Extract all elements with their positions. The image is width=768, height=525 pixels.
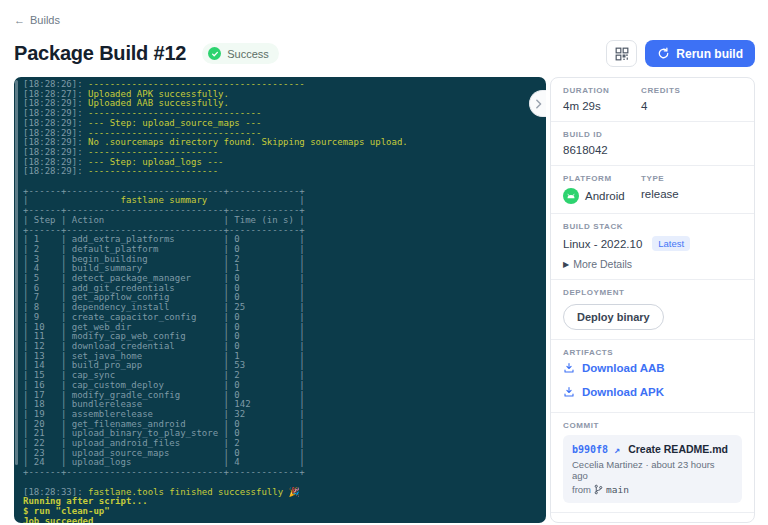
- artifacts-label: Artifacts: [563, 348, 742, 357]
- platform-value: Android: [585, 190, 625, 202]
- refresh-icon: [657, 47, 670, 60]
- qr-code-button[interactable]: [606, 40, 637, 67]
- commit-label: Commit: [563, 421, 742, 430]
- page-header: ← Builds Package Build #12 Success: [0, 0, 768, 67]
- success-check-icon: [208, 47, 221, 60]
- breadcrumb-label: Builds: [30, 14, 60, 26]
- log-line: $ run "clean-up": [23, 507, 538, 517]
- build-log: [18:28:26]: ----------------------------…: [23, 80, 538, 523]
- latest-badge: Latest: [652, 236, 690, 251]
- rerun-build-label: Rerun build: [676, 47, 743, 61]
- git-branch-icon: [594, 484, 603, 495]
- build-id-value: 8618042: [563, 144, 742, 156]
- build-stack-label: Build Stack: [563, 222, 742, 231]
- commit-section: Commit b990f8 ↗ Create README.md Cecelia…: [551, 413, 754, 513]
- triggered-by-label: Triggered By: [563, 521, 742, 523]
- duration-credits-section: Duration 4m 29s Credits 4: [551, 78, 754, 122]
- terminal-scrollbar[interactable]: [15, 80, 18, 465]
- commit-author-line: Cecelia Martinez · about 23 hours ago: [572, 459, 733, 481]
- build-details-sidebar: Duration 4m 29s Credits 4 Build ID 86180…: [550, 77, 755, 523]
- build-log-terminal[interactable]: [18:28:26]: ----------------------------…: [14, 77, 546, 523]
- breadcrumb[interactable]: ← Builds: [14, 14, 60, 26]
- commit-message: Create README.md: [628, 443, 728, 455]
- branch-prefix: from: [572, 484, 591, 495]
- commit-sha-link[interactable]: b990f8 ↗: [572, 444, 620, 455]
- log-line: Job succeeded: [23, 517, 538, 523]
- duration-label: Duration: [563, 86, 627, 95]
- deployment-section: Deployment Deploy binary: [551, 280, 754, 340]
- page-title: Package Build #12: [14, 42, 186, 65]
- type-label: Type: [641, 174, 742, 183]
- platform-label: Platform: [563, 174, 627, 183]
- download-aab-link[interactable]: Download AAB: [563, 362, 742, 374]
- credits-value: 4: [641, 100, 742, 112]
- platform-type-section: Platform Android Type release: [551, 166, 754, 214]
- download-icon: [563, 386, 575, 398]
- build-stack-value: Linux - 2022.10: [563, 238, 642, 250]
- deployment-label: Deployment: [563, 288, 742, 297]
- artifacts-section: Artifacts Download AAB Download APK: [551, 340, 754, 413]
- qr-code-icon: [615, 47, 629, 61]
- external-link-icon: ↗: [614, 444, 620, 455]
- duration-value: 4m 29s: [563, 100, 627, 112]
- build-id-label: Build ID: [563, 130, 742, 139]
- back-arrow-icon: ←: [14, 14, 25, 26]
- more-details-toggle[interactable]: ▶ More Details: [563, 258, 742, 270]
- log-line: [18:28:29]: ------------------------: [23, 167, 538, 177]
- credits-label: Credits: [641, 86, 742, 95]
- android-icon: [563, 188, 579, 204]
- type-value: release: [641, 188, 742, 200]
- rerun-build-button[interactable]: Rerun build: [645, 40, 755, 67]
- branch-name: main: [606, 484, 629, 495]
- download-apk-label: Download APK: [582, 386, 664, 398]
- chevron-right-icon: [535, 99, 542, 109]
- build-stack-section: Build Stack Linux - 2022.10 Latest ▶ Mor…: [551, 214, 754, 280]
- log-line: +------+-----------------------------+--…: [23, 468, 538, 478]
- download-aab-label: Download AAB: [582, 362, 665, 374]
- deploy-binary-button[interactable]: Deploy binary: [563, 304, 664, 330]
- main-area: [18:28:26]: ----------------------------…: [14, 77, 755, 523]
- status-label: Success: [227, 48, 269, 60]
- status-badge: Success: [202, 43, 279, 64]
- download-apk-link[interactable]: Download APK: [563, 386, 742, 398]
- disclosure-triangle-icon: ▶: [563, 260, 569, 269]
- build-id-section: Build ID 8618042: [551, 122, 754, 166]
- download-icon: [563, 362, 575, 374]
- more-details-label: More Details: [573, 258, 632, 270]
- triggered-by-section: Triggered By C Cecelia Martinez about 23…: [551, 513, 754, 523]
- commit-card: b990f8 ↗ Create README.md Cecelia Martin…: [563, 435, 742, 503]
